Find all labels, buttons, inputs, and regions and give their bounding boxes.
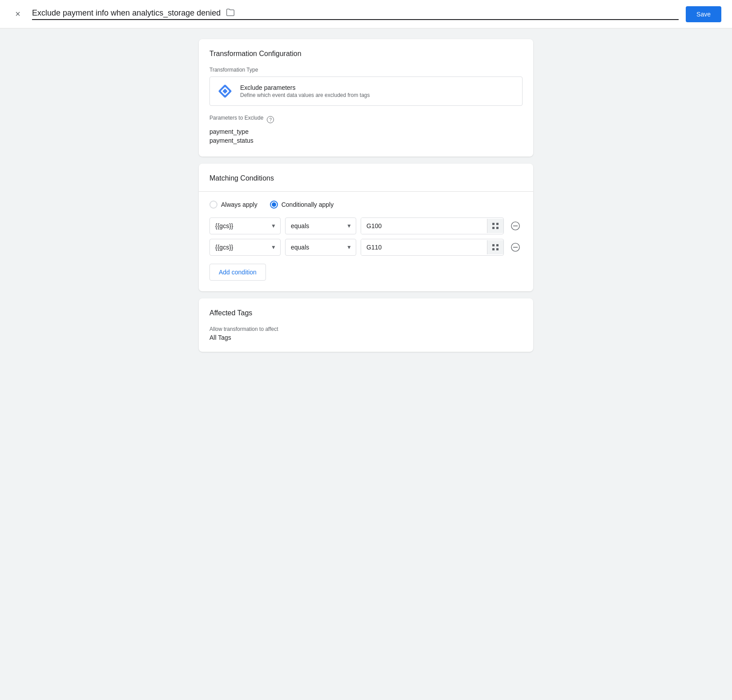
matching-conditions-title: Matching Conditions [209, 174, 523, 182]
diamond-icon [217, 83, 233, 99]
grid-button-1[interactable] [487, 240, 503, 254]
affected-tags-card: Affected Tags Allow transformation to af… [199, 298, 533, 352]
condition-row-0: {{gcs}} ▼ equals ▼ [209, 217, 523, 234]
value-input-wrapper-1 [361, 239, 504, 256]
page-title: Exclude payment info when analytics_stor… [32, 8, 221, 18]
svg-rect-10 [496, 244, 499, 246]
variable-select-1[interactable]: {{gcs}} [209, 239, 281, 256]
add-condition-button[interactable]: Add condition [209, 264, 266, 281]
operator-select-0[interactable]: equals [285, 217, 356, 234]
radio-always-circle [209, 201, 217, 209]
main-content: Transformation Configuration Transformat… [188, 28, 544, 362]
svg-rect-6 [496, 227, 499, 229]
value-input-wrapper-0 [361, 217, 504, 234]
help-icon[interactable]: ? [267, 116, 274, 123]
minus-circle-icon-0 [511, 221, 520, 231]
svg-rect-12 [496, 248, 499, 250]
affected-tags-title: Affected Tags [209, 309, 523, 317]
operator-select-wrapper-0: equals ▼ [285, 217, 356, 234]
radio-conditionally-apply[interactable]: Conditionally apply [270, 201, 334, 209]
transformation-type-subtitle: Define which event data values are exclu… [240, 92, 370, 98]
radio-group: Always apply Conditionally apply [209, 201, 523, 209]
param-value-0: payment_type [209, 128, 523, 135]
folder-icon[interactable] [226, 8, 235, 18]
radio-conditionally-label: Conditionally apply [282, 201, 334, 208]
value-input-1[interactable] [361, 239, 487, 255]
operator-select-wrapper-1: equals ▼ [285, 239, 356, 256]
transformation-config-card: Transformation Configuration Transformat… [199, 39, 533, 157]
radio-always-label: Always apply [221, 201, 257, 208]
conditions-divider [199, 191, 533, 192]
conditions-list: {{gcs}} ▼ equals ▼ [209, 217, 523, 256]
transformation-type-title: Exclude parameters [240, 84, 370, 91]
value-input-0[interactable] [361, 218, 487, 234]
condition-row-1: {{gcs}} ▼ equals ▼ [209, 239, 523, 256]
transformation-config-title: Transformation Configuration [209, 50, 523, 58]
radio-conditionally-circle [270, 201, 278, 209]
svg-rect-5 [492, 227, 495, 229]
grid-icon-0 [492, 222, 499, 229]
operator-select-1[interactable]: equals [285, 239, 356, 256]
minus-circle-icon-1 [511, 242, 520, 252]
variable-select-wrapper-1: {{gcs}} ▼ [209, 239, 281, 256]
variable-select-0[interactable]: {{gcs}} [209, 217, 281, 234]
transformation-type-box: Exclude parameters Define which event da… [209, 76, 523, 106]
params-list: payment_type payment_status [209, 128, 523, 144]
header: × Exclude payment info when analytics_st… [0, 0, 732, 28]
remove-condition-1[interactable] [508, 240, 523, 254]
svg-rect-9 [492, 244, 495, 246]
params-label-row: Parameters to Exclude ? [209, 115, 523, 125]
matching-conditions-card: Matching Conditions Always apply Conditi… [199, 164, 533, 291]
remove-condition-0[interactable] [508, 219, 523, 233]
close-icon: × [15, 9, 20, 19]
grid-button-0[interactable] [487, 219, 503, 233]
param-value-1: payment_status [209, 137, 523, 144]
all-tags-value: All Tags [209, 334, 523, 341]
transformation-type-text: Exclude parameters Define which event da… [240, 84, 370, 98]
page-title-container: Exclude payment info when analytics_stor… [32, 8, 679, 20]
svg-rect-3 [492, 223, 495, 225]
save-button[interactable]: Save [686, 6, 721, 22]
radio-always-apply[interactable]: Always apply [209, 201, 257, 209]
grid-icon-1 [492, 244, 499, 251]
close-button[interactable]: × [11, 7, 25, 21]
svg-rect-4 [496, 223, 499, 225]
params-to-exclude-label: Parameters to Exclude [209, 115, 263, 121]
svg-rect-11 [492, 248, 495, 250]
variable-select-wrapper-0: {{gcs}} ▼ [209, 217, 281, 234]
allow-transform-label: Allow transformation to affect [209, 326, 523, 332]
transformation-type-label: Transformation Type [209, 67, 523, 73]
